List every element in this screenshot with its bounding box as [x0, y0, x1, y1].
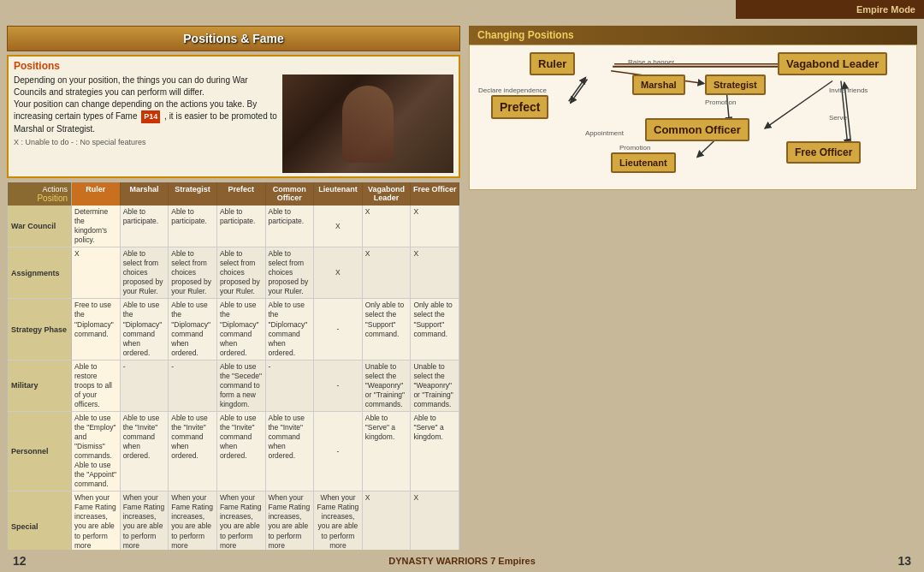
table-cell: Able to "Serve" a kingdom.	[363, 412, 412, 491]
table-cell: X	[72, 247, 121, 298]
top-bar: Empire Mode	[736, 0, 924, 19]
table-cell: Able to restore troops to all of your of…	[72, 360, 121, 411]
table-cell: Able to participate.	[266, 206, 315, 247]
table-cell: X	[314, 247, 363, 298]
th-prefect: Prefect	[217, 182, 266, 206]
svg-line-7	[765, 81, 832, 128]
th-common: Common Officer	[266, 182, 315, 206]
empire-mode-label: Empire Mode	[856, 4, 915, 15]
table-cell: X	[314, 206, 363, 247]
table-cell: Able to select from choices proposed by …	[217, 247, 266, 298]
right-panel: Changing Positions	[469, 26, 917, 197]
page-num-left: 12	[13, 554, 27, 568]
table-row: War CouncilDetermine the kingdom's polic…	[8, 206, 459, 247]
table-cell: Able to select from choices proposed by …	[169, 247, 217, 298]
table-cell: X	[411, 247, 459, 298]
label-raise-banner: Raise a banner	[628, 58, 674, 66]
table-action-label: Military	[8, 360, 72, 411]
label-promotion2: Promotion	[619, 144, 650, 152]
node-vagabond-leader: Vagabond Leader	[778, 52, 887, 75]
svg-line-2	[571, 80, 588, 104]
th-vagabond: Vagabond Leader	[363, 182, 412, 206]
table-action-label: Strategy Phase	[8, 299, 72, 359]
changing-positions-title: Changing Positions	[469, 26, 917, 45]
table-cell: Only able to select the "Support" comman…	[363, 299, 412, 359]
table-row: MilitaryAble to restore troops to all of…	[8, 360, 459, 412]
node-marshal: Marshal	[632, 74, 685, 95]
table-cell: Able to use the "Invite" command when or…	[121, 412, 169, 491]
positions-image	[282, 74, 453, 173]
table-cell: Determine the kingdom's policy.	[72, 206, 121, 247]
table-cell: Able to select from choices proposed by …	[266, 247, 315, 298]
svg-line-3	[569, 78, 586, 102]
th-free: Free Officer	[411, 182, 459, 206]
table-cell: Able to use the "Diplomacy" command when…	[266, 299, 315, 359]
x-note: X : Unable to do - : No special features	[14, 138, 277, 146]
label-declare-independence: Declare independence	[478, 86, 547, 94]
label-invite-friends: Invite friends	[829, 86, 868, 94]
table-cell: Able to use the "Invite" command when or…	[169, 412, 217, 491]
positions-content: Depending on your position, the things y…	[14, 74, 453, 173]
table-cell: Free to use the "Diplomacy" command.	[72, 299, 121, 359]
positions-label: Positions	[14, 60, 453, 72]
table-cell: Able to use the "Diplomacy" command when…	[121, 299, 169, 359]
table-cell: Able to participate.	[169, 206, 217, 247]
table-cell: -	[314, 412, 363, 491]
table-cell: X	[363, 206, 412, 247]
table-action-label: War Council	[8, 206, 72, 247]
table-cell: -	[314, 299, 363, 359]
fame-badge: P14	[141, 110, 160, 123]
node-prefect: Prefect	[491, 95, 548, 119]
label-serve: Serve	[829, 114, 847, 122]
table-cell: Unable to select the "Weaponry" or "Trai…	[411, 360, 459, 411]
positions-text-block: Depending on your position, the things y…	[14, 74, 277, 173]
table-cell: X	[411, 206, 459, 247]
panel-title-bar: Positions & Fame	[7, 26, 460, 51]
table-row: Strategy PhaseFree to use the "Diplomacy…	[8, 299, 459, 360]
table-cell: -	[169, 360, 217, 411]
th-marshal: Marshal	[121, 182, 169, 206]
table-header-row: Actions Position Ruler Marshal Strategis…	[8, 182, 459, 206]
table-cell: X	[363, 247, 412, 298]
table-cell: Able to use the "Secede" command to form…	[217, 360, 266, 411]
table-cell: Able to participate.	[121, 206, 169, 247]
page-num-right: 13	[897, 554, 911, 568]
positions-section: Positions Depending on your position, th…	[7, 55, 460, 178]
game-title: DYNASTY WARRIORS 7 Empires	[388, 556, 536, 566]
table-cell: Able to select from choices proposed by …	[121, 247, 169, 298]
positions-table: Actions Position Ruler Marshal Strategis…	[7, 182, 460, 572]
table-cell: -	[314, 360, 363, 411]
table-cell: Able to use the "Diplomacy" command when…	[169, 299, 217, 359]
positions-desc1: Depending on your position, the things y…	[14, 74, 277, 135]
left-panel: Positions & Fame Positions Depending on …	[7, 26, 460, 546]
table-row: AssignmentsXAble to select from choices …	[8, 247, 459, 299]
table-cell: -	[121, 360, 169, 411]
node-common-officer: Common Officer	[645, 118, 749, 141]
node-lieutenant: Lieutenant	[611, 152, 676, 173]
node-free-officer: Free Officer	[786, 141, 861, 164]
table-cell: Able to use the "Invite" command when or…	[217, 412, 266, 491]
th-strategist: Strategist	[169, 182, 217, 206]
table-body: War CouncilDetermine the kingdom's polic…	[8, 206, 459, 572]
th-lieutenant: Lieutenant	[314, 182, 363, 206]
table-cell: Able to use the "Invite" command when or…	[266, 412, 315, 491]
bottom-bar: 12 DYNASTY WARRIORS 7 Empires 13	[0, 550, 924, 572]
node-strategist: Strategist	[705, 74, 766, 95]
positions-image-inner	[282, 74, 453, 173]
table-cell: Only able to select the "Support" comman…	[411, 299, 459, 359]
table-cell: -	[266, 360, 315, 411]
table-cell: Able to participate.	[217, 206, 266, 247]
node-ruler: Ruler	[530, 52, 575, 75]
panel-title: Positions & Fame	[8, 32, 459, 45]
th-ruler: Ruler	[72, 182, 121, 206]
table-action-label: Personnel	[8, 412, 72, 491]
table-cell: Unable to select the "Weaponry" or "Trai…	[363, 360, 412, 411]
label-promotion1: Promotion	[705, 98, 736, 106]
positions-figure	[342, 86, 394, 163]
table-row: PersonnelAble to use the "Employ" and "D…	[8, 412, 459, 492]
table-cell: Able to use the "Diplomacy" command when…	[217, 299, 266, 359]
label-appointment: Appointment	[585, 129, 624, 137]
diagram-box: Ruler Prefect Marshal Strategist Common …	[469, 45, 917, 190]
table-action-label: Assignments	[8, 247, 72, 298]
th-actions: Actions Position	[8, 182, 72, 206]
